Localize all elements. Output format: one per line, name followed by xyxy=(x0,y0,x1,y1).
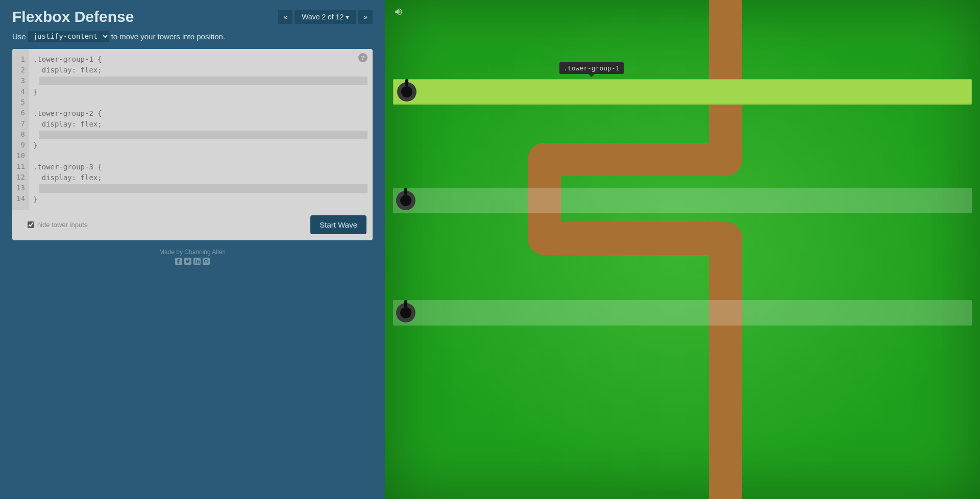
gutter-line: 12 xyxy=(14,172,27,183)
path-segment xyxy=(543,222,727,255)
gutter-line: 2 xyxy=(14,65,27,76)
code-line: } xyxy=(33,87,368,97)
code-line: } xyxy=(33,194,368,205)
property-select[interactable]: justify-content xyxy=(28,31,109,42)
next-wave-button[interactable]: » xyxy=(358,10,373,24)
tower[interactable] xyxy=(396,191,415,210)
gutter-line: 14 xyxy=(14,193,27,204)
gutter-line: 7 xyxy=(14,118,27,129)
code-line: .tower-group-2 { xyxy=(33,108,368,119)
gutter-line: 1 xyxy=(14,54,27,65)
instruction-suffix: to move your towers into position. xyxy=(111,32,225,41)
tower-barrel xyxy=(404,300,407,307)
path-segment xyxy=(709,143,742,176)
code-line: display: flex; xyxy=(33,65,368,76)
gutter-line: 6 xyxy=(14,108,27,118)
editor-footer: hide tower inputs Start Wave xyxy=(12,210,373,240)
code-line: display: flex; xyxy=(33,119,368,130)
gutter-line: 8 xyxy=(14,129,27,140)
hide-inputs-input[interactable] xyxy=(28,221,34,228)
wave-nav: « Wave 2 of 12 ▾ » xyxy=(278,10,373,24)
gutter: 1234567891011121314 xyxy=(12,49,29,210)
tower-barrel xyxy=(404,188,407,195)
path-segment xyxy=(709,222,742,355)
facebook-icon[interactable] xyxy=(175,258,182,265)
prev-wave-button[interactable]: « xyxy=(278,10,292,24)
wave-select-button[interactable]: Wave 2 of 12 ▾ xyxy=(295,10,356,24)
code-line: } xyxy=(33,140,368,151)
hide-inputs-label: hide tower inputs xyxy=(37,221,87,229)
page-title: Flexbox Defense xyxy=(12,8,134,26)
tower-group-2[interactable] xyxy=(393,188,972,213)
code-line xyxy=(33,97,368,108)
code-line: .tower-group-3 { xyxy=(33,162,368,172)
instruction-text: Use justify-content to move your towers … xyxy=(12,31,373,42)
wave-label: Wave 2 of 12 xyxy=(302,13,344,21)
path-segment xyxy=(543,143,727,176)
svg-rect-3 xyxy=(203,258,210,265)
credits: Made by Channing Allen xyxy=(12,248,373,265)
gutter-line: 11 xyxy=(14,161,27,172)
gutter-line: 10 xyxy=(14,151,27,161)
tower[interactable] xyxy=(397,82,416,102)
game-board: .tower-group-1 xyxy=(385,0,980,499)
left-panel: Flexbox Defense « Wave 2 of 12 ▾ » Use j… xyxy=(0,0,385,499)
code-line xyxy=(33,151,368,162)
tower-group-1[interactable] xyxy=(393,79,972,105)
css-input[interactable] xyxy=(39,131,368,139)
css-input[interactable] xyxy=(39,184,368,193)
github-icon[interactable] xyxy=(203,258,210,265)
instruction-prefix: Use xyxy=(12,32,26,41)
code-area: .tower-group-1 { display: flex;}.tower-g… xyxy=(29,49,373,210)
code-editor: ? 1234567891011121314 .tower-group-1 { d… xyxy=(12,49,373,240)
start-wave-button[interactable]: Start Wave xyxy=(310,215,366,234)
hide-inputs-checkbox[interactable]: hide tower inputs xyxy=(28,221,87,229)
code-line: display: flex; xyxy=(33,172,368,183)
help-icon[interactable]: ? xyxy=(358,53,368,62)
linkedin-icon[interactable] xyxy=(193,258,201,265)
path-segment xyxy=(709,337,742,499)
tower-group-3[interactable] xyxy=(393,300,972,326)
tower[interactable] xyxy=(396,303,415,322)
social-links xyxy=(12,258,373,265)
gutter-line: 13 xyxy=(14,183,27,193)
gutter-line: 5 xyxy=(14,97,27,108)
gutter-line: 9 xyxy=(14,140,27,151)
header-row: Flexbox Defense « Wave 2 of 12 ▾ » xyxy=(12,8,373,26)
gutter-line: 4 xyxy=(14,86,27,97)
code-line: .tower-group-1 { xyxy=(33,54,368,65)
gutter-line: 3 xyxy=(14,76,27,86)
tower-barrel xyxy=(405,79,408,86)
sound-icon[interactable] xyxy=(394,7,403,16)
css-input[interactable] xyxy=(39,77,368,85)
credits-text: Made by Channing Allen xyxy=(12,248,373,256)
caret-down-icon: ▾ xyxy=(346,13,349,21)
tower-group-tooltip: .tower-group-1 xyxy=(559,62,624,74)
twitter-icon[interactable] xyxy=(184,258,191,265)
